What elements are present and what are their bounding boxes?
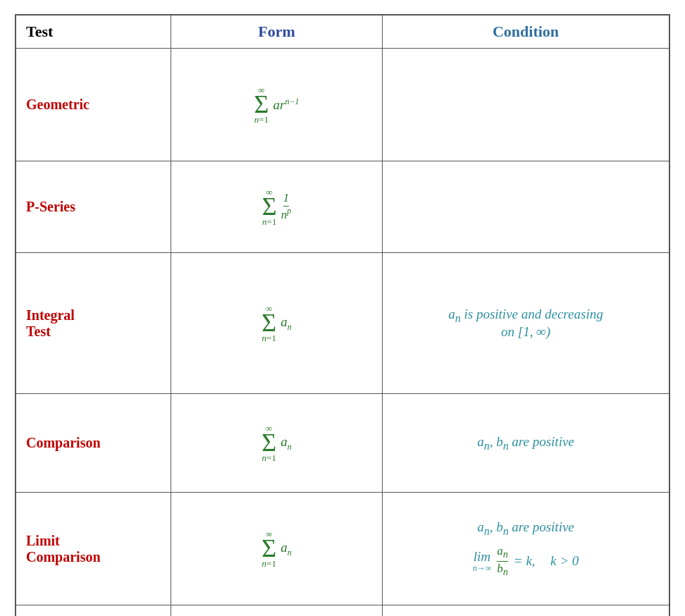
header-condition: Condition <box>383 16 669 49</box>
header-form: Form <box>171 16 383 49</box>
test-name-alternating: AlternatingSeries <box>16 605 171 617</box>
sigma-integral: ∞ Σ n=1 <box>261 304 276 342</box>
form-integral: ∞ Σ n=1 an <box>171 253 383 394</box>
form-comparison: ∞ Σ n=1 an <box>171 394 383 493</box>
table-row: P-Series ∞ Σ n=1 1 np <box>16 161 669 253</box>
table-row: Comparison ∞ Σ n=1 an an, bn are positiv… <box>16 394 669 493</box>
formula-comparison: ∞ Σ n=1 an <box>261 424 291 462</box>
header-row: Test Form Condition <box>16 16 669 49</box>
form-geometric: ∞ Σ n=1 arn−1 <box>171 49 383 161</box>
limit-formula: lim n→∞ an bn = k, k > 0 <box>395 545 656 578</box>
table-row: IntegralTest ∞ Σ n=1 an an is positive a… <box>16 253 669 394</box>
form-alternating: ∞ Σ n=1 (−1)n−1cn <box>171 605 383 617</box>
table-row: LimitComparison ∞ Σ n=1 an an, bn are po… <box>16 493 669 605</box>
series-tests-table: Test Form Condition Geometric ∞ Σ n=1 ar… <box>15 14 670 616</box>
condition-comparison: an, bn are positive <box>383 394 669 493</box>
sigma-comparison: ∞ Σ n=1 <box>261 424 276 462</box>
condition-limitcomp: an, bn are positive lim n→∞ an bn = k, <box>383 493 669 605</box>
formula-pseries: ∞ Σ n=1 1 np <box>262 187 291 226</box>
condition-integral: an is positive and decreasingon [1, ∞) <box>383 253 669 394</box>
test-name-comparison: Comparison <box>16 394 171 493</box>
condition-alternating: cn > 0 <box>383 605 669 617</box>
form-pseries: ∞ Σ n=1 1 np <box>171 161 383 253</box>
condition-pseries <box>383 161 669 253</box>
form-limitcomp: ∞ Σ n=1 an <box>171 493 383 605</box>
test-name-pseries: P-Series <box>16 161 171 253</box>
table-row: Geometric ∞ Σ n=1 arn−1 <box>16 49 669 161</box>
formula-integral: ∞ Σ n=1 an <box>261 304 291 342</box>
sigma-pseries: ∞ Σ n=1 <box>262 187 277 226</box>
formula-limitcomp: ∞ Σ n=1 an <box>261 529 291 567</box>
test-name-limitcomp: LimitComparison <box>16 493 171 605</box>
header-test: Test <box>16 16 171 49</box>
table-row: AlternatingSeries ∞ Σ n=1 (−1)n−1cn cn >… <box>16 605 669 617</box>
test-name-geometric: Geometric <box>16 49 171 161</box>
sigma-geometric: ∞ Σ n=1 <box>254 85 269 123</box>
condition-geometric <box>383 49 669 161</box>
formula-geometric: ∞ Σ n=1 arn−1 <box>254 85 300 123</box>
test-name-integral: IntegralTest <box>16 253 171 394</box>
sigma-limitcomp: ∞ Σ n=1 <box>261 529 276 567</box>
